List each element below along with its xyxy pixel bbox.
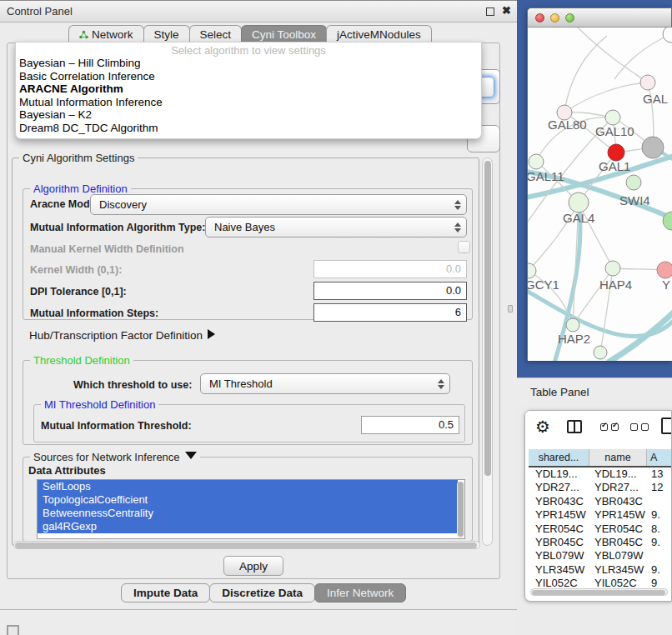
table-row[interactable]: YDR27...YDR27...12 [529,481,672,494]
table-row[interactable]: YBL079WYBL079W [529,549,672,562]
data-attributes-list[interactable]: SelfLoopsTopologicalCoefficientBetweenne… [37,479,465,539]
close-window-icon[interactable]: ✖ [502,4,511,17]
node-label: GCY1 [528,278,559,292]
network-node[interactable] [594,346,607,359]
cyni-bottom-tabs: Impute Data Discretize Data Infer Networ… [121,583,405,602]
tab-network[interactable]: Network [68,25,144,43]
network-node-hap2[interactable] [566,318,579,332]
algorithm-option[interactable]: Bayesian – Hill Climbing [16,57,481,70]
mi-algorithm-type-combo[interactable]: Naive Bayes [205,217,467,238]
network-node-gal11[interactable] [529,154,544,169]
table-cell: YLR345W [529,563,589,577]
gear-icon[interactable]: ⚙ [535,417,550,437]
network-node-swi4[interactable] [626,175,641,190]
network-node-gal1[interactable] [608,144,624,161]
tab-jactivemnodules[interactable]: jActiveMNodules [326,25,432,43]
settings-scrollbar[interactable] [482,158,493,546]
table-hscrollbar[interactable] [530,588,668,596]
dock-panel-icon[interactable] [7,625,19,635]
kernel-width-input[interactable]: 0.0 [313,260,467,278]
tab-select[interactable]: Select [189,25,243,43]
table-cell: 12 [647,481,672,494]
network-node[interactable] [642,137,664,158]
algorithm-option[interactable]: Dream8 DC_TDC Algorithm [16,122,481,135]
manual-kernel-checkbox[interactable] [458,241,470,253]
table-row[interactable]: YBR045CYBR045C9. [529,536,672,549]
table-row[interactable]: YDL19...YDL19...13 [529,468,672,481]
tab-discretize-data[interactable]: Discretize Data [209,583,315,602]
mi-steps-label: Mutual Information Steps: [30,308,158,319]
network-node-gal10[interactable] [605,110,620,125]
attributes-list-scrollbar-thumb[interactable] [458,482,464,537]
table-cell: YPR145W [529,508,589,522]
checked-box-icon [611,423,619,431]
algorithm-option[interactable]: Bayesian – K2 [16,108,481,122]
settings-hscrollbar[interactable] [13,541,480,549]
network-window-titlebar[interactable] [528,8,671,28]
network-node-gal4[interactable] [569,192,589,212]
settings-hscrollbar-thumb[interactable] [15,542,477,548]
panel-splitter-handle[interactable] [508,305,513,312]
tab-impute-data[interactable]: Impute Data [121,583,210,602]
tab-infer-network[interactable]: Infer Network [314,583,406,602]
table-row[interactable]: YER054CYER054C8. [529,522,672,536]
table-cell: YER054C [589,522,647,536]
close-traffic-light-icon[interactable] [535,13,544,22]
algorithm-dropdown-placeholder: Select algorithm to view settings [16,44,481,57]
aracne-mode-label: Aracne Mode: [30,198,99,210]
table-cell: YBL079W [529,549,589,562]
attribute-item[interactable]: TopologicalCoefficient [38,493,458,507]
network-edge[interactable] [564,82,648,112]
algorithm-option[interactable]: Mutual Information Inference [16,96,481,109]
network-node-y[interactable] [657,262,672,278]
mi-threshold-input[interactable]: 0.5 [361,416,459,434]
table-cell: 8. [647,522,672,536]
network-graph-canvas[interactable]: GALGAL80GAL10GAL1GAL11SWI4GAL4GCY1HAP4YH… [528,28,672,361]
threshold-definition-group: Threshold Definition Which threshold to … [23,360,473,445]
attribute-item[interactable]: SelfLoops [38,480,458,493]
attribute-item[interactable]: BetweennessCentrality [38,507,458,520]
node-attribute-table[interactable]: shared...nameA YDL19...YDL19...13YDR27..… [529,449,672,591]
sources-group-title[interactable]: Sources for Network Inference [30,451,200,463]
network-node-gcy1[interactable] [528,263,536,278]
network-desktop: GALGAL80GAL10GAL1GAL11SWI4GAL4GCY1HAP4YH… [517,0,672,378]
table-row[interactable]: YPR145WYPR145W9. [529,508,672,522]
collapse-down-icon [185,452,197,459]
mi-threshold-group-title: MI Threshold Definition [41,398,158,411]
network-edge[interactable] [564,36,607,112]
document-icon[interactable] [661,418,672,434]
unchecked-pair-icon[interactable] [630,423,649,431]
checked-pair-icon[interactable] [600,423,619,431]
app-root: Control Panel ✖ Network Style Select Cyn… [0,0,672,635]
attribute-item[interactable]: gal4RGexp [38,520,458,533]
tab-cyni-toolbox[interactable]: Cyni Toolbox [241,25,327,43]
network-view-window[interactable]: GALGAL80GAL10GAL1GAL11SWI4GAL4GCY1HAP4YH… [527,8,672,360]
table-hscrollbar-thumb[interactable] [532,590,665,595]
mi-steps-input[interactable]: 6 [313,303,467,322]
dpi-tolerance-input[interactable]: 0.0 [313,282,467,300]
column-header[interactable]: A [647,449,672,466]
zoom-traffic-light-icon[interactable] [565,13,574,22]
attributes-list-scrollbar[interactable] [457,482,464,538]
columns-icon[interactable] [567,420,582,433]
network-node-gal[interactable] [640,75,655,90]
minimize-traffic-light-icon[interactable] [550,13,559,22]
algorithm-option[interactable]: ARACNE Algorithm [16,82,481,96]
hub-tf-expander[interactable]: Hub/Transcription Factor Definition [29,329,215,342]
network-node[interactable] [663,28,672,42]
column-header[interactable]: shared... [529,449,589,466]
table-row[interactable]: YLR345WYLR345W9. [529,563,672,577]
table-row[interactable]: YBR043CYBR043C [529,495,672,508]
column-header[interactable]: name [589,449,647,466]
network-node-hap4[interactable] [605,261,620,276]
tab-style[interactable]: Style [143,25,190,43]
apply-button[interactable]: Apply [223,556,283,576]
which-threshold-combo[interactable]: MI Threshold [200,373,450,394]
network-edge[interactable] [614,34,671,79]
float-window-icon[interactable] [486,8,494,16]
tab-infer-network-label: Infer Network [327,587,394,599]
algorithm-option[interactable]: Basic Correlation Inference [16,70,481,83]
aracne-mode-combo[interactable]: Discovery [90,194,467,215]
settings-scrollbar-thumb[interactable] [484,161,491,476]
table-cell: YDR27... [529,481,589,494]
